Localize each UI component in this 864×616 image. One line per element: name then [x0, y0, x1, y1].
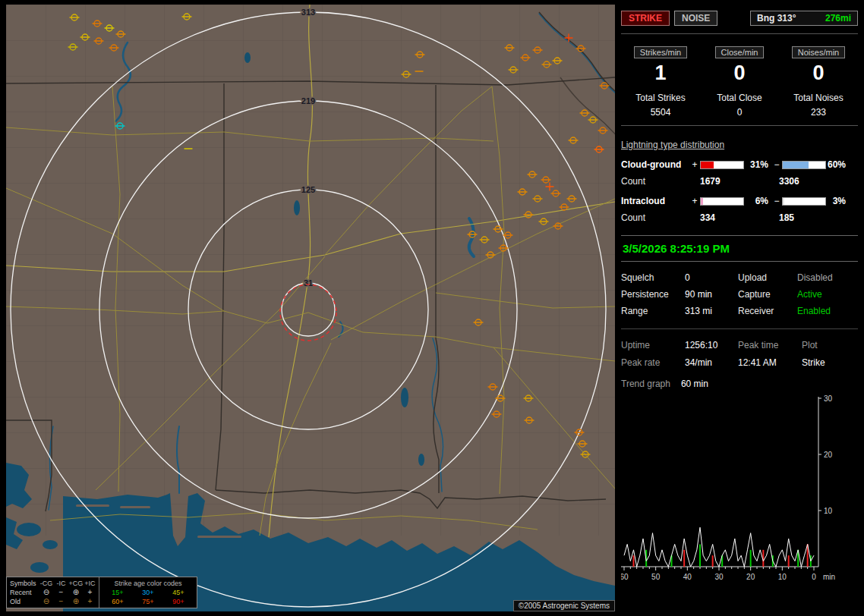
neg-cg-old-icon: ⊖	[39, 597, 54, 606]
peak-time-label: Peak time	[738, 340, 802, 350]
status-panel: STRIKE NOISE Bng 313° 276mi Strikes/min …	[621, 5, 858, 611]
trend-graph-label: Trend graph	[621, 379, 670, 389]
neg-cg-recent-icon: ⊖	[39, 588, 54, 597]
range-label: Range	[621, 306, 685, 316]
svg-text:40: 40	[683, 573, 692, 581]
strikes-per-min-value: 1	[621, 61, 700, 85]
svg-text:31: 31	[304, 278, 313, 288]
receiver-status: Enabled	[797, 306, 858, 316]
legend-symbols: Symbols -CG -IC +CG +IC Recent ⊖ − ⊕ + O…	[7, 577, 99, 608]
legend-age-codes: Strike age color codes 15+ 30+ 45+ 60+ 7…	[99, 577, 197, 608]
svg-text:20: 20	[746, 573, 755, 581]
age-75: 75+	[133, 597, 163, 606]
persistence-value: 90 min	[685, 289, 738, 300]
ic-positive-pct: 6%	[744, 196, 771, 206]
legend-col-neg-cg: -CG	[39, 579, 54, 588]
count-label: Count	[621, 176, 700, 187]
cg-positive-bar-fill	[701, 162, 714, 168]
legend-col-pos-ic: +IC	[84, 579, 96, 588]
neg-ic-recent-icon: −	[54, 588, 68, 597]
cloud-ground-row: Cloud-ground + 31% − 60%	[621, 159, 858, 170]
ic-negative-pct: 3%	[826, 196, 849, 206]
persistence-label: Persistence	[621, 289, 685, 300]
total-noises-value: 233	[779, 107, 858, 118]
strikes-per-min-label: Strikes/min	[634, 46, 687, 58]
settings-grid: Squelch 0 Upload Disabled Persistence 90…	[621, 272, 858, 316]
svg-text:30: 30	[824, 394, 833, 403]
cg-positive-bar	[700, 161, 744, 169]
legend-age-header: Strike age color codes	[102, 579, 194, 588]
intracloud-count-row: Count 334 185	[621, 212, 858, 223]
squelch-label: Squelch	[621, 272, 685, 283]
pos-ic-recent-icon: +	[84, 588, 96, 597]
upload-label: Upload	[738, 272, 797, 283]
panel-toolbar: STRIKE NOISE Bng 313° 276mi	[621, 5, 858, 26]
stats-grid: Uptime 1256:10 Peak time Plot Peak rate …	[621, 328, 858, 368]
legend-symbols-header: Symbols	[10, 579, 39, 588]
count-label: Count	[621, 212, 700, 223]
noise-button[interactable]: NOISE	[674, 11, 717, 26]
legend-row-recent-label: Recent	[10, 588, 39, 597]
datetime-display: 3/5/2026 8:25:19 PM	[621, 235, 858, 262]
plus-sign: +	[689, 196, 700, 206]
intracloud-row: Intracloud + 6% − 3%	[621, 196, 858, 206]
total-close-label: Total Close	[700, 93, 779, 103]
divider	[621, 125, 858, 126]
total-strikes-value: 5504	[621, 107, 700, 118]
cloud-ground-label: Cloud-ground	[621, 159, 689, 170]
totals-values-row: 5504 0 233	[621, 107, 858, 118]
legend-col-pos-cg: +CG	[68, 579, 84, 588]
close-per-min-label: Close/min	[715, 46, 765, 58]
age-90: 90+	[163, 597, 194, 606]
svg-text:313: 313	[301, 8, 315, 17]
close-per-min-value: 0	[700, 61, 779, 85]
strike-button[interactable]: STRIKE	[621, 11, 670, 26]
pos-ic-old-icon: +	[84, 597, 96, 606]
neg-ic-old-icon: −	[54, 597, 68, 606]
bearing-label: Bng 313°	[757, 13, 796, 24]
cloud-ground-count-row: Count 1679 3306	[621, 176, 858, 187]
svg-text:10: 10	[824, 507, 833, 515]
cg-negative-bar	[782, 161, 826, 169]
cg-negative-bar-fill	[783, 162, 809, 168]
plot-value: Strike	[802, 357, 858, 368]
noises-per-min-label: Noises/min	[792, 46, 845, 58]
ic-positive-count: 334	[700, 212, 779, 223]
range-value: 313 mi	[685, 306, 738, 316]
uptime-label: Uptime	[621, 340, 685, 350]
plot-label: Plot	[802, 340, 858, 350]
minus-sign: −	[771, 196, 782, 206]
noises-per-min-value: 0	[779, 61, 858, 85]
copyright-notice: ©2005 Astrogenic Systems	[513, 600, 615, 611]
svg-text:219: 219	[301, 96, 315, 105]
age-15: 15+	[102, 588, 133, 597]
capture-label: Capture	[738, 289, 797, 300]
squelch-value: 0	[685, 272, 738, 283]
totals-labels-row: Total Strikes Total Close Total Noises	[621, 93, 858, 103]
legend-col-neg-ic: -IC	[54, 579, 68, 588]
upload-status: Disabled	[797, 272, 858, 283]
total-close-value: 0	[700, 107, 779, 118]
rate-labels-row: Strikes/min Close/min Noises/min	[621, 46, 858, 58]
map-legend: Symbols -CG -IC +CG +IC Recent ⊖ − ⊕ + O…	[6, 577, 197, 608]
ic-negative-bar	[782, 197, 826, 206]
rate-values-row: 1 0 0	[621, 61, 858, 85]
peak-time-value: 12:41 AM	[738, 357, 802, 368]
svg-text:30: 30	[714, 573, 724, 581]
pos-cg-old-icon: ⊕	[68, 597, 84, 606]
ic-positive-bar	[700, 197, 744, 206]
trend-graph: 1020306050403020100min	[621, 394, 858, 585]
pos-cg-recent-icon: ⊕	[68, 588, 84, 597]
svg-text:0: 0	[812, 573, 816, 581]
cg-positive-count: 1679	[700, 176, 779, 187]
lightning-map[interactable]: 31321912531 Symbols -CG -IC +CG +IC Rece…	[6, 5, 615, 611]
svg-text:60: 60	[621, 573, 629, 581]
ic-negative-count: 185	[779, 212, 858, 223]
intracloud-label: Intracloud	[621, 196, 689, 206]
svg-text:20: 20	[824, 451, 833, 459]
ic-positive-bar-fill	[701, 198, 703, 205]
svg-text:10: 10	[778, 573, 787, 581]
peak-rate-value: 34/min	[685, 357, 738, 368]
total-noises-label: Total Noises	[779, 93, 858, 103]
bearing-distance: 276mi	[825, 13, 851, 24]
